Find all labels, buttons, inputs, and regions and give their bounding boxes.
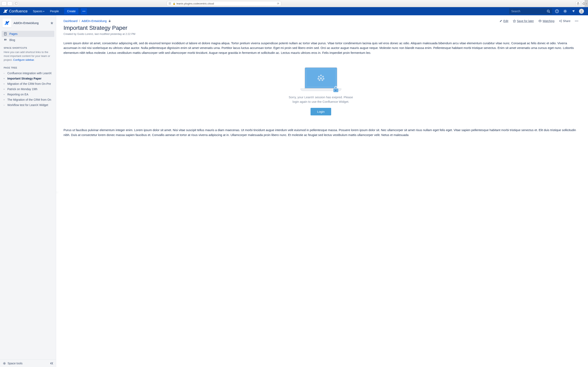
bullet-icon: •	[4, 83, 6, 85]
reader-icon[interactable]	[169, 2, 171, 4]
product-name: Confluence	[9, 9, 27, 13]
crumb-space[interactable]: AddOn-Entwicklung	[81, 19, 107, 23]
create-button[interactable]: Create	[64, 8, 78, 14]
sidebar-resize-handle[interactable]: ⋮⋮	[55, 191, 57, 197]
edit-button[interactable]: Edit	[499, 19, 508, 23]
svg-rect-0	[15, 2, 18, 5]
page-main: Dashboard / AddOn-Entwicklung Edit Save …	[56, 15, 588, 367]
svg-point-30	[577, 21, 578, 21]
browser-share-button[interactable]	[576, 1, 581, 6]
svg-point-15	[564, 11, 566, 12]
svg-point-38	[320, 77, 322, 79]
shortcuts-description: Here you can add shortcut links to the m…	[0, 50, 56, 64]
svg-point-9	[84, 11, 84, 11]
help-icon[interactable]: ?	[554, 8, 560, 15]
bullet-icon: •	[4, 88, 6, 90]
tree-item[interactable]: •Migration of the CRM from On-Pre	[4, 81, 54, 86]
shortcuts-heading: SPACE SHORTCUTS	[0, 44, 56, 50]
settings-icon[interactable]	[562, 8, 568, 15]
tree-item-label: Confluence integration with LeanIX	[7, 72, 52, 75]
expand-icon[interactable]: ›	[4, 72, 6, 75]
page-byline: Created by Guido Lorenz, last modified y…	[63, 33, 578, 35]
svg-point-22	[540, 21, 540, 21]
svg-point-10	[85, 11, 85, 11]
notifications-icon[interactable]	[570, 8, 577, 15]
browser-url-bar[interactable]: 🔒 leanix.plugins.codecentric.cloud ⟳	[167, 1, 281, 6]
space-logo[interactable]	[2, 18, 11, 27]
reload-icon[interactable]: ⟳	[277, 2, 279, 5]
svg-point-25	[561, 21, 562, 22]
bullet-icon: •	[4, 99, 6, 101]
browser-back-button[interactable]: ‹	[2, 1, 7, 6]
chevron-down-icon: ▾	[43, 10, 44, 12]
svg-point-34	[318, 78, 319, 80]
bullet-icon: •	[4, 93, 6, 96]
page-actions: Edit Save for later Watching Share	[499, 19, 578, 23]
page-title: Important Strategy Paper	[63, 25, 578, 31]
svg-point-24	[561, 20, 562, 21]
url-text: leanix.plugins.codecentric.cloud	[176, 2, 214, 5]
page-icon	[4, 32, 7, 35]
search-box[interactable]	[509, 8, 552, 14]
dots-icon	[575, 21, 578, 21]
tree-item-label: Workflow test for LeanIX Widget	[7, 103, 48, 107]
tree-item[interactable]: •Patrick on Monday 19th	[4, 86, 54, 92]
configure-sidebar-link[interactable]: Configure sidebar	[13, 58, 34, 61]
svg-point-35	[323, 78, 324, 80]
leanix-brain-icon	[316, 73, 325, 82]
pencil-icon	[499, 20, 502, 22]
svg-point-16	[581, 10, 582, 11]
svg-line-12	[549, 12, 550, 13]
quote-icon	[4, 38, 7, 42]
dots-icon	[82, 11, 85, 12]
app-header: Confluence Spaces▾ People Create ?	[0, 7, 588, 15]
collapse-sidebar-icon[interactable]	[50, 362, 53, 365]
tree-item[interactable]: ›Confluence integration with LeanIX	[4, 71, 54, 76]
browser-new-tab[interactable]: +	[585, 0, 588, 7]
nav-spaces[interactable]: Spaces▾	[31, 7, 46, 15]
laptop-illustration	[301, 67, 341, 91]
star-icon[interactable]	[50, 21, 53, 25]
crumb-dashboard[interactable]: Dashboard	[63, 19, 78, 23]
expand-icon[interactable]: ›	[4, 104, 6, 106]
leanix-widget: Sorry, your LeanIX session has exipred. …	[268, 67, 374, 116]
svg-rect-21	[109, 21, 111, 22]
svg-point-31	[320, 75, 322, 76]
page-tree: ›Confluence integration with LeanIX•Impo…	[0, 70, 56, 110]
space-tools[interactable]: Space tools	[0, 359, 56, 367]
browser-forward-button[interactable]: ›	[7, 1, 12, 6]
save-for-later-button[interactable]: Save for later	[513, 19, 534, 23]
browser-sidebar-button[interactable]	[14, 1, 19, 6]
more-actions-button[interactable]	[575, 21, 578, 21]
sidebar-nav-pages[interactable]: Pages	[2, 31, 54, 37]
svg-text:?: ?	[556, 10, 558, 12]
search-input[interactable]	[511, 9, 547, 13]
restrictions-icon[interactable]	[108, 20, 111, 22]
space-sidebar: AddOn-Entwicklung Pages Blog SPACE SHORT…	[0, 15, 56, 367]
share-icon	[559, 20, 562, 22]
page-content: Lorem ipsum dolor sit amet, consectetur …	[63, 41, 578, 137]
search-icon	[547, 10, 550, 13]
eye-icon	[538, 20, 542, 22]
share-button[interactable]: Share	[559, 19, 571, 23]
tree-item-label: Migration of the CRM from On-Pre	[7, 82, 51, 85]
create-more-button[interactable]	[81, 8, 87, 14]
tree-item[interactable]: ›Workflow test for LeanIX Widget	[4, 102, 54, 108]
space-name[interactable]: AddOn-Entwicklung	[13, 21, 48, 25]
nav-people[interactable]: People	[48, 7, 61, 15]
login-button[interactable]: Login	[311, 108, 331, 115]
confluence-icon	[3, 9, 8, 13]
sidebar-nav-blog[interactable]: Blog	[2, 37, 54, 43]
lock-badge-icon	[333, 86, 338, 92]
confluence-logo[interactable]: Confluence	[3, 9, 27, 13]
tree-item[interactable]: •Important Strategy Paper	[4, 76, 54, 81]
watching-button[interactable]: Watching	[538, 19, 554, 23]
profile-avatar[interactable]	[578, 8, 585, 15]
tree-item-label: Patrick on Monday 19th	[7, 87, 37, 91]
svg-point-20	[4, 363, 5, 364]
star-outline-icon	[513, 20, 516, 23]
svg-rect-6	[583, 3, 585, 4]
browser-toolbar: ‹ › 🔒 leanix.plugins.codecentric.cloud ⟳…	[0, 0, 588, 7]
tree-item[interactable]: •The Migration of the CRM from On	[4, 97, 54, 102]
tree-item[interactable]: •Reporting on EA	[4, 92, 54, 97]
